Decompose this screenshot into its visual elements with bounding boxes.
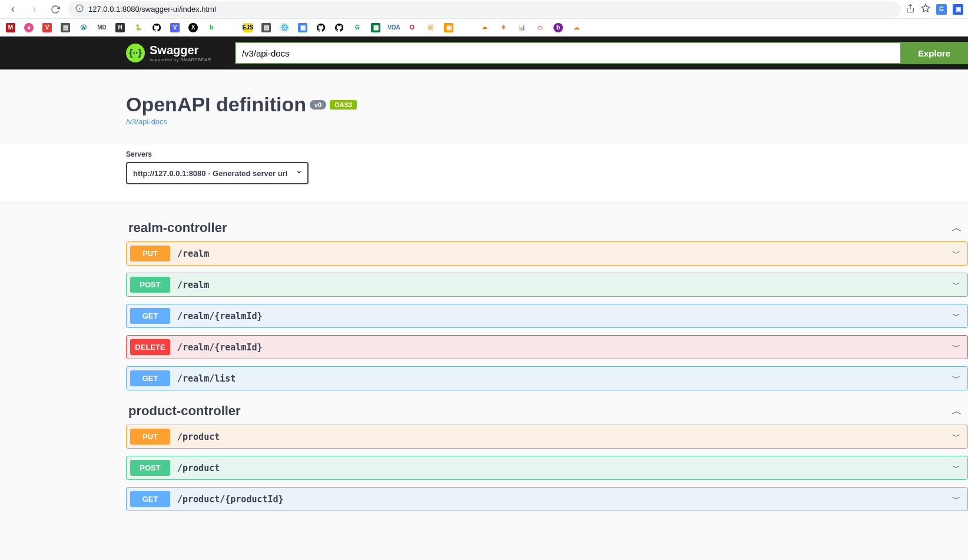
logo-text: Swagger (150, 44, 211, 57)
api-docs-link[interactable]: /v3/api-docs (126, 117, 167, 126)
operation-path: /realm (170, 248, 952, 259)
chevron-down-icon: ﹀ (952, 248, 964, 259)
bookmark-icon[interactable]: 📊 (517, 23, 526, 32)
servers-section: Servers http://127.0.0.1:8080 - Generate… (0, 144, 968, 203)
bookmark-icon[interactable]: ⓦ (79, 23, 88, 32)
bookmark-icon[interactable]: VOA (389, 23, 399, 32)
bookmark-icon[interactable] (316, 23, 326, 32)
bookmark-icon[interactable]: ⇞ (499, 23, 508, 32)
reload-button[interactable] (47, 1, 64, 18)
share-icon[interactable] (906, 4, 915, 15)
url-text: 127.0.0.1:8080/swagger-ui/index.html (88, 5, 216, 14)
bookmark-icon[interactable]: ● (24, 23, 34, 32)
bookmark-icon[interactable]: ☁ (572, 23, 581, 32)
operation-method: DELETE (130, 339, 170, 355)
bookmark-icon[interactable]: O (407, 23, 417, 32)
swagger-logo-text: Swagger supported by SMARTBEAR (150, 44, 211, 62)
chevron-down-icon: ﹀ (952, 432, 964, 442)
bookmark-icon[interactable]: 🌐 (280, 23, 289, 32)
bookmark-icon[interactable] (152, 23, 161, 32)
chevron-up-icon: ︿ (952, 221, 962, 235)
bookmark-icon[interactable]: V (42, 23, 52, 32)
tag-name: product-controller (128, 403, 241, 419)
version-badge: v0 (310, 100, 326, 110)
toolbar-right: G ▣ (906, 4, 963, 15)
oas-badge: OAS3 (330, 100, 357, 110)
operations-container: realm-controller︿PUT/realm﹀POST/realm﹀GE… (126, 203, 968, 511)
operation-row[interactable]: POST/product﹀ (126, 456, 968, 480)
bookmark-icon[interactable]: b (553, 23, 563, 32)
explore-button[interactable]: Explore (900, 42, 968, 64)
operation-method: POST (130, 460, 170, 476)
bookmark-icon[interactable]: G (353, 23, 362, 32)
chevron-down-icon: ﹀ (952, 342, 964, 353)
bookmark-icon[interactable]: ▦ (298, 23, 307, 32)
operation-method: GET (130, 370, 170, 386)
info-icon (75, 4, 84, 14)
url-bar[interactable]: 127.0.0.1:8080/swagger-ui/index.html (68, 1, 901, 18)
forward-button[interactable] (26, 1, 42, 18)
info-section: OpenAPI definition v0 OAS3 /v3/api-docs (0, 69, 968, 144)
server-select[interactable]: http://127.0.0.1:8080 - Generated server… (126, 162, 309, 184)
chevron-down-icon: ﹀ (952, 463, 964, 473)
bookmark-icon[interactable]: 🐍 (134, 23, 143, 32)
operation-row[interactable]: DELETE/realm/{realmId}﹀ (126, 335, 968, 359)
bookmark-icon[interactable]: M (6, 23, 15, 32)
bookmark-icon[interactable]: X (188, 23, 198, 32)
swagger-logo: {··} Swagger supported by SMARTBEAR (126, 44, 211, 62)
bookmark-icon[interactable]: MD (97, 23, 107, 32)
operation-path: /product (170, 463, 952, 473)
servers-label: Servers (126, 150, 850, 158)
bookmark-icon[interactable]: ▦ (371, 23, 380, 32)
operation-row[interactable]: GET/product/{productId}﹀ (126, 487, 968, 511)
bookmark-icon[interactable]: 🔆 (426, 23, 435, 32)
extension-icon[interactable]: G (936, 4, 947, 15)
chevron-up-icon: ︿ (952, 404, 962, 418)
chevron-down-icon: ﹀ (952, 311, 964, 322)
back-button[interactable] (5, 1, 21, 18)
explore-input[interactable] (235, 42, 900, 64)
operation-row[interactable]: PUT/realm﹀ (126, 241, 968, 266)
operation-path: /realm/{realmId} (170, 342, 952, 353)
bookmark-icon[interactable] (225, 23, 234, 32)
bookmark-icon[interactable]: 🅰 (462, 23, 472, 32)
swagger-logo-icon: {··} (126, 44, 145, 62)
bookmark-icon[interactable]: ▤ (261, 23, 271, 32)
operation-method: POST (130, 277, 170, 293)
bookmark-icon[interactable]: ▣ (444, 23, 453, 32)
bookmark-icon[interactable]: H (115, 23, 125, 32)
tag-header[interactable]: realm-controller︿ (126, 214, 968, 241)
bookmark-icon[interactable]: ▤ (61, 23, 70, 32)
bookmark-icon[interactable]: V (170, 23, 180, 32)
chevron-down-icon: ﹀ (952, 373, 964, 384)
tag-name: realm-controller (128, 220, 227, 236)
operation-path: /realm/list (170, 373, 952, 384)
bookmark-icon[interactable]: EJS (243, 23, 253, 32)
bookmarks-bar: M ● V ▤ ⓦ MD H 🐍 V X b EJS ▤ 🌐 ▦ G ▦ VOA… (0, 19, 968, 37)
bookmark-icon[interactable]: ⏶ (480, 23, 490, 32)
operation-row[interactable]: PUT/product﹀ (126, 425, 968, 449)
operation-path: /product/{productId} (170, 494, 952, 505)
operation-path: /realm (170, 280, 952, 290)
chevron-down-icon: ﹀ (952, 280, 964, 290)
operation-path: /realm/{realmId} (170, 311, 952, 322)
chevron-down-icon: ﹀ (952, 494, 964, 505)
star-icon[interactable] (921, 4, 930, 15)
operation-row[interactable]: GET/realm/{realmId}﹀ (126, 304, 968, 328)
swagger-header: {··} Swagger supported by SMARTBEAR Expl… (0, 37, 968, 69)
operation-method: PUT (130, 429, 170, 445)
operation-row[interactable]: GET/realm/list﹀ (126, 366, 968, 390)
operation-path: /product (170, 432, 952, 442)
api-title: OpenAPI definition (126, 93, 306, 116)
operation-row[interactable]: POST/realm﹀ (126, 273, 968, 297)
bookmark-icon[interactable] (334, 23, 344, 32)
logo-subtext: supported by SMARTBEAR (150, 57, 211, 62)
operation-method: GET (130, 491, 170, 507)
bookmark-icon[interactable]: ⬭ (535, 23, 545, 32)
bookmark-icon[interactable]: b (207, 23, 216, 32)
extension-icon[interactable]: ▣ (953, 4, 963, 15)
svg-marker-4 (921, 4, 929, 12)
tag-header[interactable]: product-controller︿ (126, 397, 968, 425)
browser-toolbar: 127.0.0.1:8080/swagger-ui/index.html G ▣ (0, 0, 968, 19)
explore-bar: Explore (235, 42, 968, 64)
